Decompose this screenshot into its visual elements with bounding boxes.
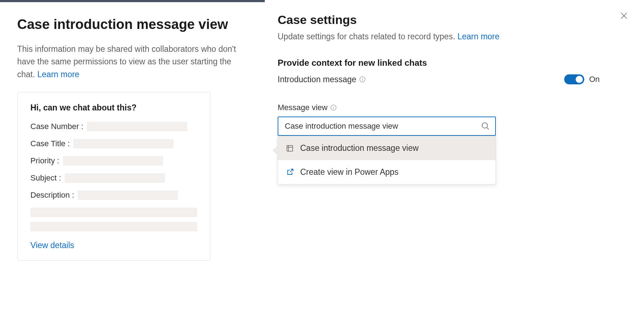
view-details-link[interactable]: View details [30, 241, 74, 250]
field-label-case-number: Case Number : [30, 122, 83, 131]
field-row-case-number: Case Number : [30, 122, 197, 131]
toggle-state-label: On [589, 75, 600, 84]
field-row-subject: Subject : [30, 173, 197, 183]
field-label-subject: Subject : [30, 173, 61, 183]
svg-point-6 [333, 106, 334, 107]
field-placeholder [78, 191, 178, 200]
callout-pointer [273, 146, 278, 155]
view-icon [286, 144, 294, 152]
section-heading: Provide context for new linked chats [278, 58, 630, 68]
close-icon [620, 15, 628, 21]
field-placeholder [65, 173, 165, 183]
info-icon[interactable] [359, 76, 366, 83]
svg-point-8 [482, 123, 488, 128]
message-view-dropdown: Case introduction message view Create vi… [278, 136, 496, 184]
field-row-priority: Priority : [30, 156, 197, 165]
field-row-description: Description : [30, 191, 197, 200]
dropdown-option-label: Case introduction message view [300, 143, 419, 153]
close-button[interactable] [620, 11, 630, 22]
field-placeholder [30, 208, 197, 217]
field-label-case-title: Case Title : [30, 139, 70, 148]
message-view-input[interactable] [278, 117, 496, 136]
preview-learn-more-link[interactable]: Learn more [37, 70, 79, 79]
field-placeholder [30, 222, 197, 231]
settings-title: Case settings [278, 13, 630, 27]
preview-card-greeting: Hi, can we chat about this? [30, 103, 197, 113]
dropdown-option-create-view[interactable]: Create view in Power Apps [278, 160, 496, 184]
field-placeholder [73, 139, 174, 148]
preview-panel: Case introduction message view This info… [0, 0, 265, 336]
field-placeholder [63, 156, 163, 165]
preview-description: This information may be shared with coll… [17, 43, 246, 81]
search-icon[interactable] [481, 122, 490, 131]
settings-learn-more-link[interactable]: Learn more [457, 32, 499, 41]
toggle-knob [576, 76, 583, 83]
preview-title: Case introduction message view [17, 16, 248, 33]
svg-point-3 [362, 78, 363, 79]
intro-message-toggle[interactable] [564, 74, 584, 84]
message-view-label-text: Message view [278, 103, 327, 112]
intro-message-label: Introduction message [278, 75, 366, 84]
intro-message-row: Introduction message On [278, 74, 600, 84]
preview-card: Hi, can we chat about this? Case Number … [17, 92, 210, 261]
intro-message-label-text: Introduction message [278, 75, 356, 84]
field-placeholder [87, 122, 187, 131]
open-external-icon [286, 168, 294, 176]
message-view-lookup: Case introduction message view Create vi… [278, 117, 496, 136]
message-view-caption: Message view [278, 103, 630, 112]
dropdown-option-case-intro-view[interactable]: Case introduction message view [278, 136, 496, 160]
svg-line-9 [487, 128, 489, 130]
svg-rect-10 [287, 145, 293, 151]
field-label-priority: Priority : [30, 156, 59, 165]
info-icon[interactable] [330, 104, 337, 111]
toggle-group: On [564, 74, 600, 84]
settings-subtitle-text: Update settings for chats related to rec… [278, 32, 457, 41]
field-label-description: Description : [30, 191, 74, 200]
settings-subtitle: Update settings for chats related to rec… [278, 32, 630, 41]
field-row-case-title: Case Title : [30, 139, 197, 148]
settings-panel: Case settings Update settings for chats … [265, 0, 644, 336]
dropdown-option-label: Create view in Power Apps [300, 167, 399, 177]
